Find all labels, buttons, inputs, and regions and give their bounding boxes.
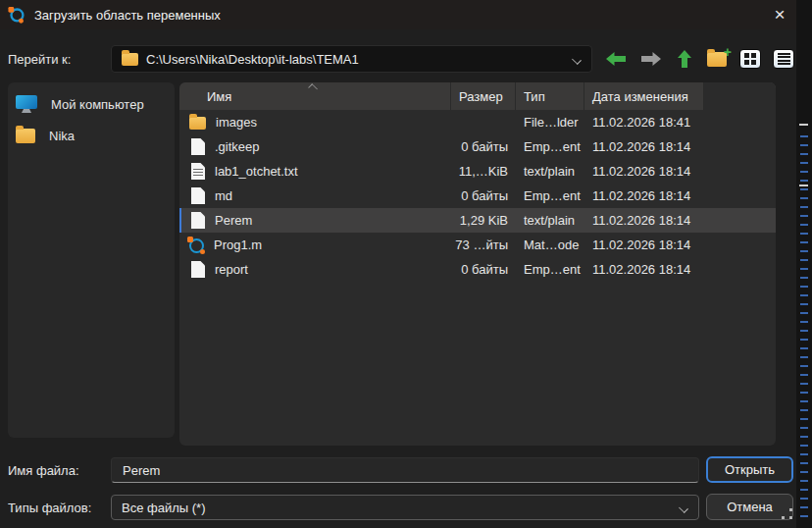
file-icon [191, 187, 205, 204]
forward-arrow-icon [640, 51, 662, 67]
file-list-panel: Имя Размер Тип Дата изменения images Fil… [179, 82, 776, 446]
sidebar-item-computer[interactable]: Мой компьютер [8, 88, 175, 120]
list-view-button[interactable] [770, 46, 797, 72]
forward-button[interactable] [637, 46, 665, 72]
places-sidebar: Мой компьютер Nika [8, 82, 175, 438]
column-header-modified[interactable]: Дата изменения [584, 82, 704, 110]
text-file-icon [191, 163, 205, 180]
cancel-button[interactable]: Отмена [706, 494, 793, 520]
table-row[interactable]: images File…lder 11.02.2026 18:41 [179, 110, 776, 134]
table-row-selected[interactable]: Perem 1,29 KiB text/plain 11.02.2026 18:… [179, 208, 776, 233]
filename-input[interactable] [111, 457, 699, 483]
folder-icon [16, 129, 35, 143]
column-header-filler [704, 82, 776, 110]
back-button[interactable] [602, 46, 630, 72]
column-header-size[interactable]: Размер [451, 82, 516, 110]
new-folder-button[interactable]: + [703, 46, 731, 72]
table-row[interactable]: .gitkeep 0 байты Emp…ent 11.02.2026 18:1… [179, 134, 776, 159]
table-row[interactable]: report 0 байты Emp…ent 11.02.2026 18:14 [179, 257, 776, 282]
filetype-value: Все файлы (*) [122, 501, 205, 515]
filename-label: Имя файла: [8, 463, 79, 478]
file-dialog-window: Загрузить область переменных × Перейти к… [0, 0, 796, 528]
up-directory-button[interactable] [671, 46, 698, 72]
chevron-down-icon [572, 54, 582, 64]
title-bar: Загрузить область переменных × [0, 0, 796, 29]
table-row[interactable]: Prog1.m 73 …йты Mat…ode 11.02.2026 18:14 [179, 233, 776, 257]
column-header-type[interactable]: Тип [516, 82, 584, 110]
grid-view-icon [739, 49, 761, 69]
back-arrow-icon [605, 51, 627, 67]
file-icon [191, 138, 205, 155]
goto-label: Перейти к: [8, 52, 71, 67]
icon-view-button[interactable] [736, 46, 764, 72]
file-icon [191, 212, 205, 229]
octave-logo-icon [8, 6, 25, 24]
background-window-sliver [796, 0, 812, 528]
window-title: Загрузить область переменных [34, 8, 221, 23]
folder-icon [122, 53, 138, 66]
list-view-icon [773, 49, 794, 69]
folder-icon [189, 117, 206, 130]
sort-ascending-icon [307, 82, 319, 89]
sidebar-item-home[interactable]: Nika [8, 120, 175, 151]
path-value: C:\Users\Nika\Desktop\it-labs\TEMA1 [146, 52, 359, 67]
table-row[interactable]: lab1_otchet.txt 11,…KiB text/plain 11.02… [179, 159, 776, 184]
table-row[interactable]: md 0 байты Emp…ent 11.02.2026 18:14 [179, 184, 776, 208]
new-folder-icon: + [707, 52, 727, 67]
path-combobox[interactable]: C:\Users\Nika\Desktop\it-labs\TEMA1 [111, 45, 592, 73]
computer-icon [16, 95, 37, 113]
table-header: Имя Размер Тип Дата изменения [179, 82, 776, 110]
filetype-select[interactable]: Все файлы (*) [111, 495, 699, 520]
close-button[interactable]: × [763, 0, 796, 29]
open-button[interactable]: Открыть [706, 456, 793, 483]
up-arrow-icon [677, 49, 692, 69]
file-icon [191, 261, 205, 278]
resize-grip[interactable] [782, 507, 795, 521]
chevron-down-icon [679, 502, 688, 512]
filetype-label: Типы файлов: [8, 501, 91, 515]
octave-file-icon [189, 238, 204, 253]
background-code-text [800, 135, 808, 524]
